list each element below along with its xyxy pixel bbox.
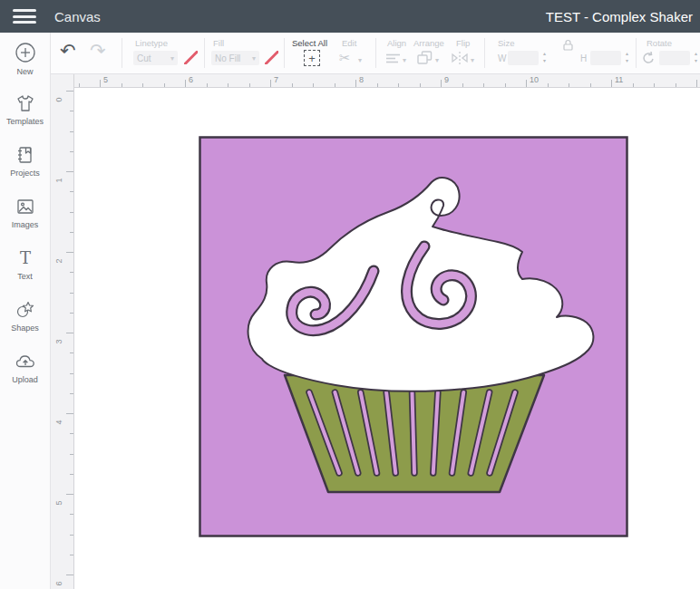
lock-icon[interactable] [562, 39, 574, 51]
ruler-tick [420, 83, 421, 87]
horizontal-ruler: 567891011 [74, 74, 700, 88]
ruler-number: 10 [530, 75, 539, 84]
ruler-tick [355, 80, 356, 87]
ruler-number: 7 [274, 75, 278, 84]
ruler-tick [66, 494, 73, 495]
svg-text:T: T [19, 248, 30, 267]
sidebar-item-projects[interactable]: Projects [0, 144, 50, 196]
ruler-tick [249, 83, 250, 87]
left-sidebar: New Templates Projects Images T Te [0, 33, 51, 589]
height-field[interactable] [590, 51, 621, 65]
arrange-icon[interactable] [417, 51, 433, 64]
menu-icon[interactable] [13, 9, 36, 24]
ruler-tick [70, 352, 73, 353]
new-plus-icon [14, 41, 37, 64]
page-title: Canvas [54, 9, 101, 24]
ruler-tick [70, 232, 73, 233]
linetype-select[interactable]: Cut ▾ [133, 51, 178, 65]
ruler-tick [70, 313, 73, 314]
ruler-number: 3 [54, 336, 63, 347]
chevron-down-icon: ▾ [248, 54, 256, 63]
ruler-number: 6 [54, 578, 63, 589]
ruler-tick [696, 80, 697, 87]
vertical-ruler: 0123456 [51, 74, 74, 589]
ruler-tick [70, 111, 73, 111]
sidebar-item-images[interactable]: Images [0, 196, 50, 247]
fill-color-line [265, 51, 278, 64]
undo-icon[interactable]: ↶ [60, 40, 76, 62]
ruler-tick [70, 454, 73, 455]
ruler-number: 5 [54, 497, 63, 508]
fill-color-swatch[interactable] [265, 51, 278, 64]
ruler-tick [66, 333, 73, 333]
ruler-tick [66, 575, 73, 575]
ruler-tick [441, 80, 442, 87]
chevron-down-icon[interactable]: ▾ [403, 56, 406, 64]
chevron-down-icon: ▾ [167, 54, 174, 63]
fill-label: Fill [213, 38, 224, 48]
ruler-tick [70, 393, 73, 394]
ruler-tick [185, 80, 186, 87]
ruler-tick [505, 83, 506, 87]
ruler-tick [79, 83, 80, 87]
select-all-button[interactable]: + [304, 50, 320, 66]
fill-select[interactable]: No Fill ▾ [211, 51, 259, 65]
ruler-tick [70, 191, 73, 192]
rotate-field[interactable] [659, 51, 690, 65]
ruler-tick [569, 83, 569, 87]
flip-icon[interactable] [452, 52, 468, 64]
text-icon: T [15, 247, 36, 269]
ruler-tick [70, 373, 73, 374]
ruler-tick [377, 83, 378, 87]
rotate-icon[interactable] [642, 52, 656, 64]
ruler-tick [70, 514, 73, 515]
ruler-tick [66, 91, 73, 92]
width-letter: W [498, 53, 506, 63]
chevron-down-icon[interactable]: ▾ [435, 56, 439, 64]
edit-toolbar: ↶ ↷ Linetype Cut ▾ Fill No Fill ▾ Select… [0, 33, 700, 74]
project-title: TEST - Complex Shaker [546, 9, 693, 24]
tshirt-icon [15, 92, 36, 114]
ruler-number: 5 [103, 75, 108, 84]
redo-icon[interactable]: ↷ [90, 40, 106, 62]
ruler-tick [70, 131, 73, 132]
sidebar-item-shapes[interactable]: Shapes [0, 299, 50, 351]
ruler-tick [66, 171, 73, 172]
arrange-label: Arrange [413, 38, 444, 48]
linetype-color-swatch[interactable] [184, 51, 198, 64]
ruler-tick [70, 433, 73, 434]
ruler-number: 2 [54, 256, 63, 266]
sidebar-item-templates[interactable]: Templates [0, 92, 50, 144]
ruler-number: 8 [359, 75, 364, 84]
height-stepper[interactable]: ▴▾ [623, 50, 631, 66]
ruler-tick [313, 83, 314, 87]
select-all-label: Select All [292, 38, 327, 48]
upload-cloud-icon [15, 351, 36, 372]
ruler-number: 1 [54, 175, 63, 186]
ruler-tick [66, 252, 73, 253]
notebook-icon [15, 144, 36, 166]
chevron-down-icon[interactable]: ▾ [358, 56, 362, 64]
scissors-icon[interactable]: ✂ [339, 47, 351, 69]
width-stepper[interactable]: ▴▾ [540, 50, 549, 66]
width-field[interactable] [508, 51, 539, 65]
design-canvas[interactable] [74, 88, 700, 589]
ruler-tick [526, 80, 527, 87]
ruler-tick [70, 555, 73, 555]
rotate-stepper[interactable]: ▴▾ [692, 50, 700, 66]
ruler-tick [122, 83, 122, 87]
ruler-tick [611, 80, 612, 87]
sidebar-item-new[interactable]: New [0, 41, 50, 92]
ruler-tick [398, 83, 399, 87]
cup-slot [413, 392, 415, 473]
chevron-down-icon[interactable]: ▾ [471, 56, 474, 64]
sidebar-item-text[interactable]: T Text [0, 247, 50, 299]
ruler-tick [548, 83, 549, 87]
sidebar-item-upload[interactable]: Upload [0, 351, 50, 402]
ruler-tick [292, 83, 293, 87]
align-icon[interactable] [386, 53, 400, 63]
ruler-tick [462, 83, 463, 87]
cupcake-shaker-artwork[interactable] [199, 136, 628, 537]
shapes-icon [15, 299, 36, 321]
ruler-tick [70, 535, 73, 536]
